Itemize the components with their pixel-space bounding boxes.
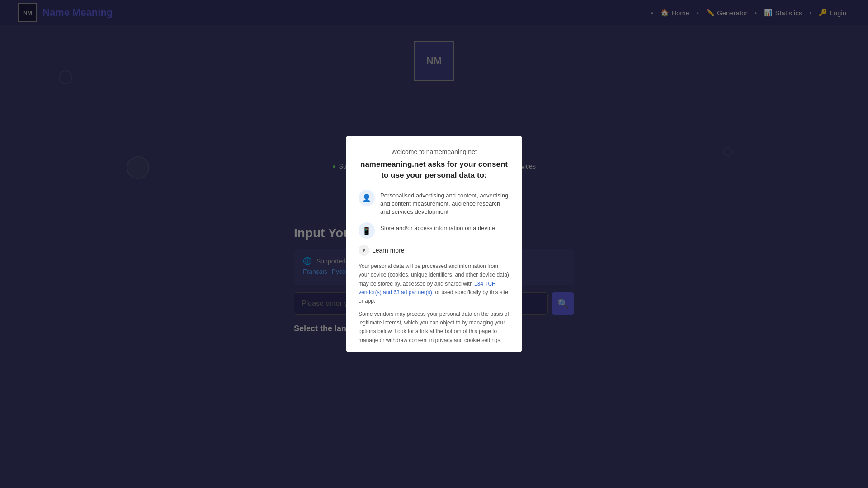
consent-item-1: 👤 Personalised advertising and content, … bbox=[359, 190, 509, 216]
consent-overlay: Welcome to namemeaning.net namemeaning.n… bbox=[0, 0, 868, 488]
modal-divider bbox=[359, 352, 509, 352]
personalized-ads-icon: 👤 bbox=[359, 190, 375, 206]
modal-body-text-1: Your personal data will be processed and… bbox=[359, 262, 509, 305]
learn-more-row[interactable]: ▼ Learn more bbox=[359, 245, 509, 256]
consent-text-1: Personalised advertising and content, ad… bbox=[380, 190, 509, 216]
consent-item-2: 📱 Store and/or access information on a d… bbox=[359, 222, 509, 239]
device-access-icon: 📱 bbox=[359, 222, 375, 239]
vendor-link[interactable]: 134 TCF vendor(s) and 63 ad partner(s) bbox=[359, 281, 495, 296]
modal-body-text-2: Some vendors may process your personal d… bbox=[359, 310, 509, 345]
modal-welcome: Welcome to namemeaning.net bbox=[359, 148, 509, 155]
chevron-down-icon: ▼ bbox=[359, 245, 369, 256]
modal-title: namemeaning.net asks for your consent to… bbox=[359, 159, 509, 181]
consent-modal: Welcome to namemeaning.net namemeaning.n… bbox=[346, 136, 522, 352]
learn-more-label: Learn more bbox=[372, 247, 405, 254]
consent-text-2: Store and/or access information on a dev… bbox=[380, 222, 495, 232]
